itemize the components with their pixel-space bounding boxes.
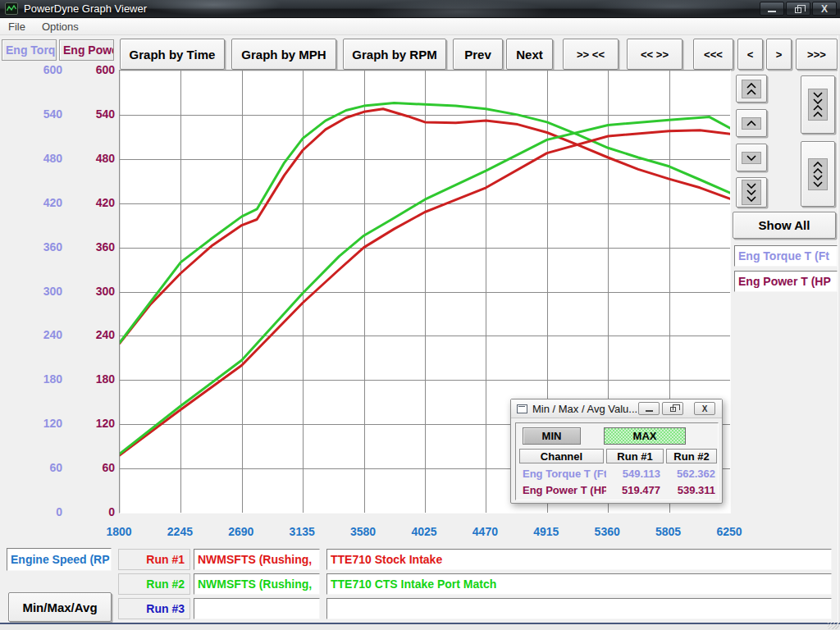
next-button[interactable]: Next bbox=[506, 39, 553, 70]
y-tick-power: 360 bbox=[77, 240, 115, 254]
run2-file-field[interactable]: NWMSFTS (Rushing, bbox=[194, 573, 320, 595]
minmax-restore-button[interactable] bbox=[662, 402, 683, 415]
y-tick-power: 0 bbox=[77, 504, 115, 519]
run-file-text: NWMSFTS (Rushing, bbox=[198, 578, 312, 591]
zoom-out-x-button[interactable]: << >> bbox=[627, 39, 682, 70]
x-tick: 5805 bbox=[646, 525, 692, 538]
restore-button[interactable] bbox=[786, 2, 810, 16]
minimize-button[interactable] bbox=[760, 2, 784, 16]
y-scroll-down-fast-button[interactable] bbox=[736, 177, 767, 208]
legend-eng-torque[interactable]: Eng Torque T (Ft bbox=[734, 245, 838, 267]
minmax-row-run2-value: 562.362 bbox=[666, 468, 715, 480]
scroll-far-left-button[interactable]: <<< bbox=[693, 39, 733, 70]
run-desc-text: TTE710 Stock Intake bbox=[331, 553, 442, 566]
max-toggle-button[interactable]: MAX bbox=[604, 427, 686, 445]
titlebar[interactable]: PowerDyne Graph Viewer X bbox=[0, 0, 840, 18]
restore-icon bbox=[795, 7, 801, 13]
minmax-minimize-button[interactable] bbox=[638, 402, 660, 415]
y-tick-torque: 60 bbox=[25, 460, 62, 475]
close-button[interactable]: X bbox=[812, 2, 837, 16]
triple-chevron-down-icon bbox=[742, 180, 761, 205]
x-tick: 4470 bbox=[462, 525, 508, 538]
minmax-row-run1-value: 519.477 bbox=[606, 484, 660, 496]
menu-options[interactable]: Options bbox=[34, 21, 87, 33]
run1-label: Run #1 bbox=[118, 549, 190, 570]
graph-by-mph-button[interactable]: Graph by MPH bbox=[231, 39, 336, 70]
y-scroll-up-button[interactable] bbox=[736, 109, 767, 137]
minmax-window-title: Min / Max / Avg Valu... bbox=[532, 403, 637, 415]
y-tick-power: 240 bbox=[77, 327, 115, 342]
y-tick-torque: 540 bbox=[25, 107, 62, 121]
channel-tab-eng-power[interactable]: Eng Powe bbox=[59, 39, 114, 61]
x-tick: 3135 bbox=[279, 525, 325, 538]
minmax-row-channel: Eng Torque T (Ft- bbox=[523, 468, 606, 480]
minmax-panel: MIN MAX Channel Run #1 Run #2 Eng Torque… bbox=[515, 422, 719, 500]
double-chevron-up-icon bbox=[742, 80, 761, 98]
app-icon bbox=[5, 2, 18, 15]
minmax-close-button[interactable]: X bbox=[694, 402, 715, 415]
app-window: PowerDyne Graph Viewer X File Options En… bbox=[0, 0, 840, 630]
x-tick: 4915 bbox=[523, 525, 569, 538]
graph-by-rpm-button[interactable]: Graph by RPM bbox=[343, 39, 446, 70]
minimize-icon bbox=[768, 11, 776, 12]
legend-label: Eng Torque T (Ft bbox=[738, 249, 829, 262]
y-tick-power: 480 bbox=[77, 151, 115, 166]
zoom-in-x-button[interactable]: >> << bbox=[563, 39, 619, 70]
run2-label: Run #2 bbox=[118, 573, 190, 595]
y-zoom-in-button[interactable] bbox=[801, 75, 835, 134]
scroll-far-right-button[interactable]: >>> bbox=[796, 39, 838, 70]
minmax-row-run2-value: 539.311 bbox=[666, 484, 715, 496]
y-tick-torque: 240 bbox=[25, 327, 62, 342]
run1-file-field[interactable]: NWMSFTS (Rushing, bbox=[194, 549, 320, 570]
chevron-up-icon bbox=[742, 117, 761, 130]
run3-file-field[interactable] bbox=[194, 598, 320, 619]
close-icon: X bbox=[702, 404, 708, 413]
run3-desc-field[interactable] bbox=[326, 598, 832, 619]
prev-button[interactable]: Prev bbox=[453, 39, 503, 70]
legend-label: Eng Power T (HP bbox=[738, 275, 831, 288]
y-tick-power: 420 bbox=[77, 195, 115, 210]
window-title: PowerDyne Graph Viewer bbox=[24, 2, 147, 15]
show-all-button[interactable]: Show All bbox=[733, 212, 836, 239]
x-tick: 6250 bbox=[706, 525, 752, 538]
resize-grip-icon[interactable] bbox=[828, 623, 839, 629]
minmax-window-titlebar[interactable]: Min / Max / Avg Valu... X bbox=[511, 399, 722, 418]
y-tick-torque: 180 bbox=[25, 372, 62, 386]
expand-vertical-icon bbox=[808, 158, 828, 190]
channel-tab-eng-torque[interactable]: Eng Torq bbox=[2, 39, 57, 61]
column-header-run1[interactable]: Run #1 bbox=[606, 449, 664, 463]
run1-desc-field[interactable]: TTE710 Stock Intake bbox=[326, 549, 832, 570]
channel-tab-label: Eng Torq bbox=[6, 43, 55, 57]
y-tick-torque: 420 bbox=[25, 195, 62, 210]
menubar: File Options bbox=[0, 19, 840, 35]
y-zoom-out-button[interactable] bbox=[801, 141, 835, 207]
minmax-avg-button[interactable]: Min/Max/Avg bbox=[8, 592, 112, 622]
x-channel-field[interactable]: Engine Speed (RP bbox=[7, 548, 112, 571]
run-desc-text: TTE710 CTS Intake Port Match bbox=[331, 578, 496, 591]
y-scroll-down-button[interactable] bbox=[736, 144, 767, 171]
y-scroll-up-fast-button[interactable] bbox=[736, 75, 767, 103]
channel-tab-label: Eng Powe bbox=[63, 43, 114, 57]
x-tick: 2245 bbox=[157, 525, 203, 538]
min-toggle-button[interactable]: MIN bbox=[523, 427, 581, 445]
scroll-right-button[interactable]: > bbox=[766, 39, 792, 70]
column-header-channel[interactable]: Channel bbox=[519, 449, 604, 463]
minmax-row-run1-value: 549.113 bbox=[606, 468, 660, 480]
scroll-left-button[interactable]: < bbox=[737, 39, 763, 70]
x-channel-label: Engine Speed (RP bbox=[11, 553, 110, 566]
run2-desc-field[interactable]: TTE710 CTS Intake Port Match bbox=[326, 573, 832, 595]
x-tick: 1800 bbox=[96, 525, 142, 538]
legend-eng-power[interactable]: Eng Power T (HP bbox=[734, 271, 838, 292]
collapse-vertical-icon bbox=[808, 89, 828, 121]
graph-by-time-button[interactable]: Graph by Time bbox=[120, 39, 225, 70]
menu-file[interactable]: File bbox=[0, 21, 34, 33]
y-tick-power: 60 bbox=[77, 460, 115, 475]
x-tick: 5360 bbox=[584, 525, 630, 538]
chevron-down-icon bbox=[742, 152, 761, 164]
run-label-text: Run #3 bbox=[146, 602, 185, 615]
y-tick-torque: 0 bbox=[25, 504, 62, 519]
column-header-run2[interactable]: Run #2 bbox=[666, 449, 717, 463]
y-tick-power: 180 bbox=[77, 372, 115, 386]
y-tick-power: 120 bbox=[77, 416, 115, 431]
run-label-text: Run #1 bbox=[146, 553, 185, 566]
